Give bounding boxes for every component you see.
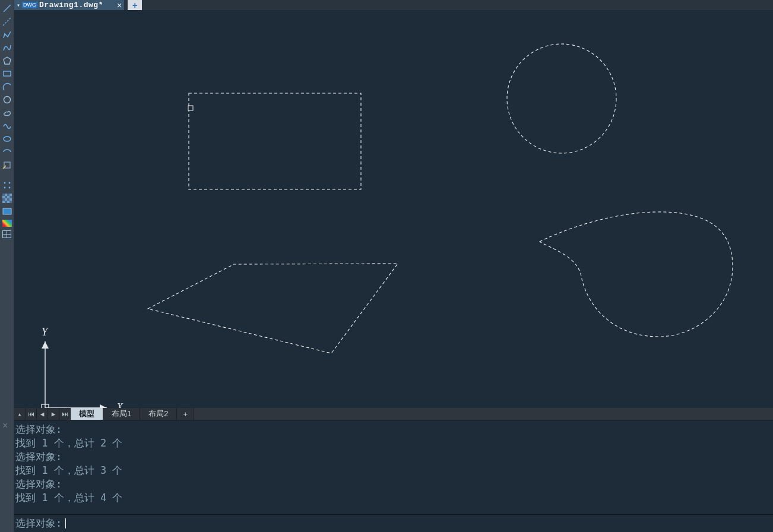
command-prompt: 选择对象: bbox=[15, 517, 62, 530]
layout-prev-icon[interactable]: ◀ bbox=[37, 408, 48, 420]
svg-marker-17 bbox=[42, 341, 49, 349]
gradient-icon[interactable] bbox=[2, 207, 12, 216]
selected-spline[interactable] bbox=[540, 212, 733, 337]
pickbox-cursor bbox=[188, 106, 193, 110]
svg-point-9 bbox=[8, 182, 10, 184]
construction-line-icon[interactable] bbox=[2, 17, 12, 26]
log-line: 选择对象: bbox=[14, 477, 773, 491]
log-line: 找到 1 个，总计 2 个 bbox=[14, 436, 773, 450]
arc-icon[interactable] bbox=[2, 82, 12, 91]
drawing-canvas[interactable]: X Y bbox=[14, 10, 773, 408]
close-command-panel-icon[interactable]: × bbox=[2, 420, 8, 431]
layout-next-icon[interactable]: ▶ bbox=[48, 408, 59, 420]
svg-marker-2 bbox=[4, 57, 11, 64]
dwg-file-icon: DWG bbox=[22, 2, 37, 8]
svg-line-1 bbox=[3, 17, 11, 26]
command-input-row: 选择对象: bbox=[14, 514, 773, 532]
line-icon[interactable] bbox=[2, 4, 12, 13]
layout-tabs: ▴ ⏮ ◀ ▶ ⏭ 模型 布局1 布局2 + bbox=[14, 408, 773, 420]
ucs-axis-icon: X Y bbox=[40, 331, 135, 408]
log-line: 找到 1 个，总计 4 个 bbox=[14, 491, 773, 505]
command-log: 选择对象: 找到 1 个，总计 2 个 选择对象: 找到 1 个，总计 3 个 … bbox=[14, 420, 773, 513]
svg-point-8 bbox=[4, 182, 5, 184]
svg-point-4 bbox=[4, 97, 10, 103]
revision-cloud-icon[interactable] bbox=[2, 108, 12, 118]
selected-polygon[interactable] bbox=[148, 264, 398, 353]
svg-point-10 bbox=[4, 187, 5, 189]
document-tabs: ▾ DWG Drawing1.dwg* × + bbox=[14, 0, 773, 10]
command-caret[interactable] bbox=[65, 518, 66, 528]
selected-circle[interactable] bbox=[507, 44, 616, 153]
log-line: 选择对象: bbox=[14, 450, 773, 464]
tab-menu-caret-icon[interactable]: ▾ bbox=[17, 2, 20, 9]
draw-toolbar bbox=[0, 0, 14, 532]
ucs-x-label: X bbox=[116, 401, 123, 408]
new-document-tab[interactable]: + bbox=[128, 0, 142, 10]
point-icon[interactable] bbox=[2, 180, 12, 190]
svg-rect-3 bbox=[4, 71, 11, 76]
spline-icon[interactable] bbox=[2, 121, 12, 131]
svg-point-5 bbox=[4, 137, 11, 141]
rectangle-icon[interactable] bbox=[2, 69, 12, 78]
document-tab-active[interactable]: ▾ DWG Drawing1.dwg* × bbox=[14, 0, 124, 10]
svg-rect-12 bbox=[3, 208, 11, 214]
ellipse-arc-icon[interactable] bbox=[2, 147, 12, 157]
polyline-arc-icon[interactable] bbox=[2, 43, 12, 52]
ucs-y-label: Y bbox=[42, 326, 49, 338]
log-line: 找到 1 个，总计 3 个 bbox=[14, 464, 773, 477]
circle-icon[interactable] bbox=[2, 95, 12, 104]
polygon-icon[interactable] bbox=[2, 56, 12, 65]
table-icon[interactable] bbox=[2, 230, 11, 238]
color-palette-icon[interactable] bbox=[2, 220, 12, 227]
layout-last-icon[interactable]: ⏭ bbox=[59, 408, 71, 420]
document-tab-title: Drawing1.dwg* bbox=[39, 1, 103, 10]
ellipse-icon[interactable] bbox=[2, 134, 12, 144]
layout-tab-add[interactable]: + bbox=[177, 408, 194, 420]
layout-menu-up-icon[interactable]: ▴ bbox=[14, 408, 26, 420]
layout-tab-layout2[interactable]: 布局2 bbox=[140, 408, 177, 420]
svg-point-11 bbox=[8, 187, 10, 189]
svg-line-0 bbox=[4, 5, 11, 12]
close-tab-icon[interactable]: × bbox=[117, 1, 122, 10]
polyline-icon[interactable] bbox=[2, 30, 12, 39]
layout-tab-layout1[interactable]: 布局1 bbox=[103, 408, 140, 420]
layout-first-icon[interactable]: ⏮ bbox=[26, 408, 37, 420]
insert-block-icon[interactable] bbox=[2, 160, 12, 170]
selected-rectangle[interactable] bbox=[189, 93, 361, 189]
hatch-icon[interactable] bbox=[2, 194, 12, 203]
log-line: 选择对象: bbox=[14, 423, 773, 436]
layout-tab-model[interactable]: 模型 bbox=[71, 408, 103, 420]
